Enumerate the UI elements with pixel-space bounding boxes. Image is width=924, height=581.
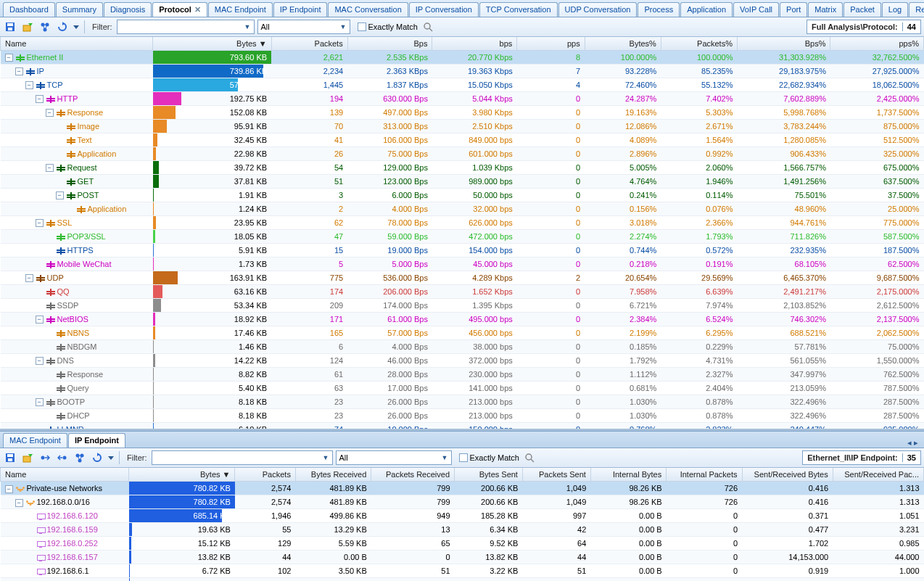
- table-row[interactable]: Application22.98 KB2675.000 Bps601.000 b…: [1, 147, 924, 161]
- search-icon[interactable]: [424, 22, 434, 32]
- table-row[interactable]: POP3/SSL18.05 KB4759.000 Bps472.000 bps0…: [1, 230, 924, 244]
- col-header[interactable]: Sent/Received Bytes: [742, 468, 833, 482]
- col-header[interactable]: Packets: [235, 468, 295, 482]
- close-icon[interactable]: ✕: [194, 5, 201, 14]
- table-row[interactable]: Query5.40 KB6317.000 Bps141.000 bps00.68…: [1, 382, 924, 395]
- tab-diagnosis[interactable]: Diagnosis: [104, 2, 152, 17]
- tab-voip-call[interactable]: VoIP Call: [733, 2, 779, 17]
- node-out-icon[interactable]: [55, 450, 70, 465]
- expander-icon[interactable]: −: [46, 164, 54, 172]
- table-row[interactable]: NBDGM1.46 KB64.000 Bps38.000 bps00.185%0…: [1, 340, 924, 354]
- tab-mac-conversation[interactable]: MAC Conversation: [328, 2, 408, 17]
- table-row[interactable]: 192.168.6.120685.14 KB1,946499.86 KB9491…: [1, 509, 924, 523]
- col-header[interactable]: Name: [1, 37, 153, 51]
- table-row[interactable]: −UDP163.91 KB775536.000 Bps4.289 Kbps220…: [1, 271, 924, 285]
- col-header[interactable]: Packets Sent: [522, 468, 590, 482]
- table-row[interactable]: −Response152.08 KB139497.000 Bps3.980 Kb…: [1, 106, 924, 120]
- expander-icon[interactable]: −: [15, 67, 23, 75]
- expander-icon[interactable]: −: [25, 274, 33, 282]
- col-header[interactable]: Packets%: [661, 37, 737, 51]
- sub-tab-ip-endpoint[interactable]: IP Endpoint: [68, 433, 125, 448]
- scope-combo[interactable]: All▼: [336, 450, 452, 465]
- expander-icon[interactable]: −: [5, 485, 13, 493]
- refresh-icon[interactable]: [55, 20, 70, 34]
- expander-icon[interactable]: −: [46, 109, 54, 117]
- col-header[interactable]: Packets Received: [371, 468, 455, 482]
- tab-matrix[interactable]: Matrix: [808, 2, 843, 17]
- table-row[interactable]: Application1.24 KB24.000 Bps32.000 bps00…: [1, 202, 924, 216]
- table-row[interactable]: Mobile WeChat1.73 KB55.000 Bps45.000 bps…: [1, 257, 924, 271]
- filter-combo[interactable]: ▼: [117, 20, 255, 34]
- table-row[interactable]: SSDP53.34 KB209174.000 Bps1.395 Kbps06.7…: [1, 299, 924, 313]
- tab-tcp-conversation[interactable]: TCP Conversation: [479, 2, 558, 17]
- table-row[interactable]: −DNS14.22 KB12446.000 Bps372.000 bps01.7…: [1, 354, 924, 368]
- table-row[interactable]: −POST1.91 KB36.000 Bps50.000 bps00.241%0…: [1, 189, 924, 202]
- tab-process[interactable]: Process: [638, 2, 680, 17]
- tab-summary[interactable]: Summary: [56, 2, 103, 17]
- expander-icon[interactable]: −: [5, 54, 13, 62]
- table-row[interactable]: 192.168.6.16.72 KB1023.50 KB513.22 KB510…: [1, 564, 924, 578]
- table-row[interactable]: LLMNR6.10 KB7410.000 Bps150.000 bps00.76…: [1, 423, 924, 429]
- col-header[interactable]: Sent/Received Pac...: [833, 468, 923, 482]
- expander-icon[interactable]: −: [36, 219, 44, 227]
- expander-icon[interactable]: −: [15, 499, 23, 507]
- col-header[interactable]: Internal Bytes: [590, 468, 666, 482]
- exact-match-checkbox[interactable]: [358, 22, 366, 31]
- scope-combo[interactable]: All▼: [257, 20, 350, 34]
- search-icon[interactable]: [525, 453, 535, 463]
- table-row[interactable]: Image95.91 KB70313.000 Bps2.510 Kbps012.…: [1, 120, 924, 133]
- col-header[interactable]: Bps: [347, 37, 432, 51]
- table-row[interactable]: GET37.81 KB51123.000 Bps989.000 bps04.76…: [1, 175, 924, 189]
- table-row[interactable]: −HTTP192.75 KB194630.000 Bps5.044 Kbps02…: [1, 92, 924, 106]
- col-header[interactable]: Bytes ▼: [129, 468, 235, 482]
- tab-port[interactable]: Port: [780, 2, 807, 17]
- table-row[interactable]: −IP739.86 KB2,2342.363 KBps19.363 Kbps79…: [1, 65, 924, 78]
- expander-icon[interactable]: −: [25, 81, 33, 89]
- table-row[interactable]: NBNS17.46 KB16557.000 Bps456.000 bps02.1…: [1, 326, 924, 340]
- tab-scroll-arrows[interactable]: ◂ ▸: [904, 438, 921, 448]
- table-row[interactable]: 192.168.0.25215.12 KB1295.59 KB659.52 KB…: [1, 537, 924, 551]
- expander-icon[interactable]: −: [36, 357, 44, 365]
- table-row[interactable]: −Request39.72 KB54129.000 Bps1.039 Kbps0…: [1, 161, 924, 175]
- export-icon[interactable]: [20, 450, 35, 465]
- col-header[interactable]: Bps%: [737, 37, 830, 51]
- col-header[interactable]: Name: [1, 468, 129, 482]
- expander-icon[interactable]: −: [56, 191, 64, 199]
- node-icon[interactable]: [38, 20, 52, 34]
- table-row[interactable]: −SSL23.95 KB6278.000 Bps626.000 bps03.01…: [1, 216, 924, 230]
- col-header[interactable]: Bytes ▼: [153, 37, 272, 51]
- save-icon[interactable]: [3, 450, 17, 465]
- col-header[interactable]: Packets: [271, 37, 347, 51]
- save-icon[interactable]: [3, 20, 17, 34]
- tab-dashboard[interactable]: Dashboard: [3, 2, 55, 17]
- col-header[interactable]: Bytes%: [585, 37, 661, 51]
- table-row[interactable]: Text32.45 KB41106.000 Bps849.000 bps04.0…: [1, 133, 924, 147]
- tab-ip-conversation[interactable]: IP Conversation: [409, 2, 479, 17]
- table-row[interactable]: −TCP575.05 KB1,4451.837 KBps15.050 Kbps4…: [1, 78, 924, 92]
- tab-log[interactable]: Log: [882, 2, 908, 17]
- col-header[interactable]: bps: [432, 37, 517, 51]
- refresh-icon[interactable]: [90, 450, 104, 465]
- export-icon[interactable]: [20, 20, 35, 34]
- col-header[interactable]: Internal Packets: [667, 468, 742, 482]
- exact-match-checkbox[interactable]: [459, 453, 468, 462]
- col-header[interactable]: pps: [517, 37, 585, 51]
- table-row[interactable]: −Private-use Networks780.82 KB2,574481.8…: [1, 482, 924, 495]
- table-row[interactable]: DHCP8.18 KB2326.000 Bps213.000 bps01.030…: [1, 409, 924, 423]
- expander-icon[interactable]: −: [36, 316, 44, 324]
- tab-udp-conversation[interactable]: UDP Conversation: [558, 2, 638, 17]
- tab-protocol[interactable]: Protocol✕: [152, 2, 207, 17]
- endpoint-grid[interactable]: NameBytes ▼PacketsBytes ReceivedPackets …: [0, 468, 924, 581]
- tab-ip-endpoint[interactable]: IP Endpoint: [273, 2, 328, 17]
- tab-application[interactable]: Application: [680, 2, 733, 17]
- table-row[interactable]: 192.168.6.15713.82 KB440.00 B013.82 KB44…: [1, 551, 924, 564]
- sub-tab-mac-endpoint[interactable]: MAC Endpoint: [3, 433, 67, 448]
- table-row[interactable]: −NetBIOS18.92 KB17161.000 Bps495.000 bps…: [1, 313, 924, 326]
- node-in-icon[interactable]: [38, 450, 52, 465]
- table-row[interactable]: 192.168.6.15919.63 KB5513.29 KB136.34 KB…: [1, 523, 924, 537]
- expander-icon[interactable]: −: [36, 398, 44, 406]
- protocol-grid[interactable]: NameBytes ▼PacketsBpsbpsppsBytes%Packets…: [0, 37, 924, 429]
- refresh-dropdown-icon[interactable]: [107, 450, 115, 465]
- node-icon[interactable]: [73, 450, 87, 465]
- tab-packet[interactable]: Packet: [843, 2, 881, 17]
